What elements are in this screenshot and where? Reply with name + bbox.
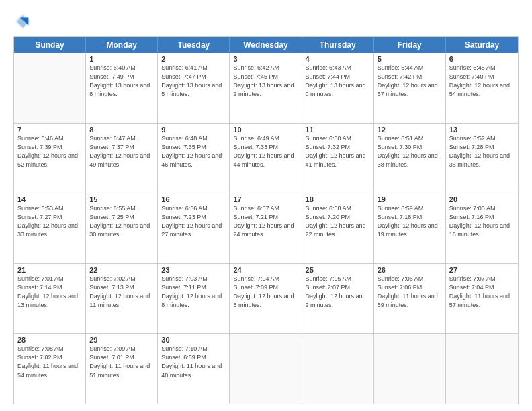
day-number: 13 — [449, 126, 515, 134]
header-day-friday: Friday — [374, 37, 446, 53]
day-number: 4 — [306, 55, 370, 63]
calendar-day-15: 15Sunrise: 6:55 AMSunset: 7:25 PMDayligh… — [86, 193, 158, 263]
sun-info: Sunrise: 7:05 AMSunset: 7:07 PMDaylight:… — [306, 275, 370, 310]
day-number: 29 — [89, 336, 154, 344]
day-number: 25 — [306, 266, 370, 274]
calendar-day-11: 11Sunrise: 6:50 AMSunset: 7:32 PMDayligh… — [302, 124, 374, 193]
sun-info: Sunrise: 7:09 AMSunset: 7:01 PMDaylight:… — [89, 345, 154, 379]
day-number: 26 — [378, 266, 442, 274]
day-number: 15 — [89, 195, 154, 203]
sun-info: Sunrise: 6:59 AMSunset: 7:18 PMDaylight:… — [378, 204, 442, 239]
calendar-day-1: 1Sunrise: 6:40 AMSunset: 7:49 PMDaylight… — [86, 53, 158, 123]
sun-info: Sunrise: 7:01 AMSunset: 7:14 PMDaylight:… — [17, 275, 82, 310]
sun-info: Sunrise: 6:44 AMSunset: 7:42 PMDaylight:… — [378, 64, 442, 99]
day-number: 8 — [89, 126, 154, 134]
calendar-day-10: 10Sunrise: 6:49 AMSunset: 7:33 PMDayligh… — [230, 124, 302, 193]
sun-info: Sunrise: 6:41 AMSunset: 7:47 PMDaylight:… — [161, 64, 226, 99]
day-number: 1 — [89, 55, 154, 63]
sun-info: Sunrise: 6:46 AMSunset: 7:39 PMDaylight:… — [17, 134, 82, 169]
day-number: 22 — [89, 266, 154, 274]
sun-info: Sunrise: 7:00 AMSunset: 7:16 PMDaylight:… — [449, 204, 515, 239]
header-day-sunday: Sunday — [14, 37, 86, 53]
header-day-thursday: Thursday — [302, 37, 374, 53]
sun-info: Sunrise: 6:51 AMSunset: 7:30 PMDaylight:… — [378, 134, 442, 169]
sun-info: Sunrise: 6:43 AMSunset: 7:44 PMDaylight:… — [306, 64, 370, 99]
calendar-day-24: 24Sunrise: 7:04 AMSunset: 7:09 PMDayligh… — [230, 264, 302, 334]
calendar-day-27: 27Sunrise: 7:07 AMSunset: 7:04 PMDayligh… — [446, 264, 518, 334]
day-number: 11 — [306, 126, 370, 134]
sun-info: Sunrise: 7:08 AMSunset: 7:02 PMDaylight:… — [17, 345, 82, 379]
header-day-tuesday: Tuesday — [158, 37, 230, 53]
sun-info: Sunrise: 6:42 AMSunset: 7:45 PMDaylight:… — [233, 64, 298, 99]
calendar-day-21: 21Sunrise: 7:01 AMSunset: 7:14 PMDayligh… — [14, 264, 86, 334]
day-number: 20 — [449, 195, 515, 203]
day-number: 6 — [449, 55, 515, 63]
day-number: 19 — [378, 195, 442, 203]
day-number: 17 — [233, 195, 298, 203]
calendar-day-20: 20Sunrise: 7:00 AMSunset: 7:16 PMDayligh… — [446, 193, 518, 263]
sun-info: Sunrise: 6:47 AMSunset: 7:37 PMDaylight:… — [89, 134, 154, 169]
calendar-week-5: 28Sunrise: 7:08 AMSunset: 7:02 PMDayligh… — [14, 333, 518, 404]
calendar-day-25: 25Sunrise: 7:05 AMSunset: 7:07 PMDayligh… — [302, 264, 374, 334]
calendar-day-13: 13Sunrise: 6:52 AMSunset: 7:28 PMDayligh… — [446, 124, 518, 193]
sun-info: Sunrise: 7:06 AMSunset: 7:06 PMDaylight:… — [378, 275, 442, 310]
sun-info: Sunrise: 6:40 AMSunset: 7:49 PMDaylight:… — [89, 64, 154, 99]
calendar-body: 1Sunrise: 6:40 AMSunset: 7:49 PMDaylight… — [14, 53, 518, 404]
calendar-day-empty — [230, 334, 302, 404]
header-day-saturday: Saturday — [446, 37, 518, 53]
day-number: 24 — [233, 266, 298, 274]
sun-info: Sunrise: 7:02 AMSunset: 7:13 PMDaylight:… — [89, 275, 154, 310]
calendar-day-empty — [14, 53, 86, 123]
calendar-day-19: 19Sunrise: 6:59 AMSunset: 7:18 PMDayligh… — [374, 193, 446, 263]
day-number: 5 — [378, 55, 442, 63]
day-number: 10 — [233, 126, 298, 134]
day-number: 16 — [161, 195, 226, 203]
calendar-day-12: 12Sunrise: 6:51 AMSunset: 7:30 PMDayligh… — [374, 124, 446, 193]
sun-info: Sunrise: 6:53 AMSunset: 7:27 PMDaylight:… — [17, 204, 82, 239]
sun-info: Sunrise: 6:48 AMSunset: 7:35 PMDaylight:… — [161, 134, 226, 169]
sun-info: Sunrise: 6:55 AMSunset: 7:25 PMDaylight:… — [89, 204, 154, 239]
day-number: 3 — [233, 55, 298, 63]
calendar-day-28: 28Sunrise: 7:08 AMSunset: 7:02 PMDayligh… — [14, 334, 86, 404]
calendar-day-4: 4Sunrise: 6:43 AMSunset: 7:44 PMDaylight… — [302, 53, 374, 123]
calendar-day-16: 16Sunrise: 6:56 AMSunset: 7:23 PMDayligh… — [158, 193, 230, 263]
calendar-day-23: 23Sunrise: 7:03 AMSunset: 7:11 PMDayligh… — [158, 264, 230, 334]
logo-area — [13, 12, 35, 31]
calendar-week-4: 21Sunrise: 7:01 AMSunset: 7:14 PMDayligh… — [14, 263, 518, 334]
calendar-day-29: 29Sunrise: 7:09 AMSunset: 7:01 PMDayligh… — [86, 334, 158, 404]
day-number: 18 — [306, 195, 370, 203]
header-day-wednesday: Wednesday — [230, 37, 302, 53]
header — [13, 12, 519, 31]
header-day-monday: Monday — [86, 37, 158, 53]
calendar-day-6: 6Sunrise: 6:45 AMSunset: 7:40 PMDaylight… — [446, 53, 518, 123]
calendar-day-empty — [374, 334, 446, 404]
sun-info: Sunrise: 6:49 AMSunset: 7:33 PMDaylight:… — [233, 134, 298, 169]
calendar: SundayMondayTuesdayWednesdayThursdayFrid… — [13, 36, 519, 404]
calendar-day-26: 26Sunrise: 7:06 AMSunset: 7:06 PMDayligh… — [374, 264, 446, 334]
sun-info: Sunrise: 7:07 AMSunset: 7:04 PMDaylight:… — [449, 275, 515, 310]
sun-info: Sunrise: 7:04 AMSunset: 7:09 PMDaylight:… — [233, 275, 298, 310]
calendar-day-22: 22Sunrise: 7:02 AMSunset: 7:13 PMDayligh… — [86, 264, 158, 334]
sun-info: Sunrise: 6:52 AMSunset: 7:28 PMDaylight:… — [449, 134, 515, 169]
sun-info: Sunrise: 6:45 AMSunset: 7:40 PMDaylight:… — [449, 64, 515, 99]
logo-icon — [13, 12, 32, 31]
calendar-day-17: 17Sunrise: 6:57 AMSunset: 7:21 PMDayligh… — [230, 193, 302, 263]
calendar-day-empty — [446, 334, 518, 404]
day-number: 21 — [17, 266, 82, 274]
day-number: 12 — [378, 126, 442, 134]
day-number: 2 — [161, 55, 226, 63]
calendar-day-30: 30Sunrise: 7:10 AMSunset: 6:59 PMDayligh… — [158, 334, 230, 404]
day-number: 7 — [17, 126, 82, 134]
day-number: 27 — [449, 266, 515, 274]
day-number: 23 — [161, 266, 226, 274]
day-number: 28 — [17, 336, 82, 344]
page: SundayMondayTuesdayWednesdayThursdayFrid… — [0, 0, 532, 411]
calendar-week-2: 7Sunrise: 6:46 AMSunset: 7:39 PMDaylight… — [14, 123, 518, 193]
sun-info: Sunrise: 7:03 AMSunset: 7:11 PMDaylight:… — [161, 275, 226, 310]
calendar-day-5: 5Sunrise: 6:44 AMSunset: 7:42 PMDaylight… — [374, 53, 446, 123]
sun-info: Sunrise: 6:50 AMSunset: 7:32 PMDaylight:… — [306, 134, 370, 169]
sun-info: Sunrise: 7:10 AMSunset: 6:59 PMDaylight:… — [161, 345, 226, 379]
day-number: 30 — [161, 336, 226, 344]
calendar-week-3: 14Sunrise: 6:53 AMSunset: 7:27 PMDayligh… — [14, 193, 518, 263]
calendar-day-9: 9Sunrise: 6:48 AMSunset: 7:35 PMDaylight… — [158, 124, 230, 193]
